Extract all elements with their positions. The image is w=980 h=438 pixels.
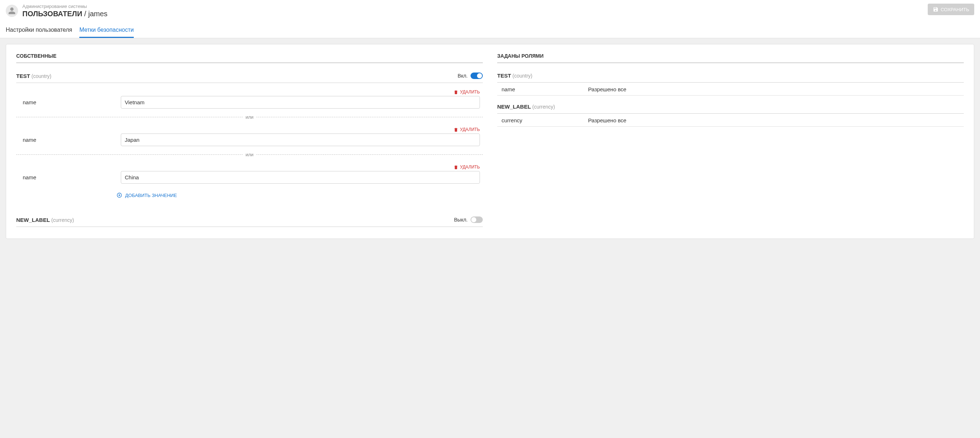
role-value: Разрешено все (588, 117, 626, 123)
own-label-name: NEW_LABEL (16, 217, 50, 223)
save-icon (933, 6, 939, 12)
plus-circle-icon (116, 192, 122, 198)
role-key: currency (501, 117, 588, 123)
value-block-1: УДАЛИТЬ name (16, 123, 483, 148)
save-button[interactable]: СОХРАНИТЬ (928, 3, 974, 15)
user-icon (8, 7, 16, 15)
add-value-button[interactable]: ДОБАВИТЬ ЗНАЧЕНИЕ (116, 192, 177, 198)
content: СОБСТВЕННЫЕ TEST (country) Вкл. УДАЛИТЬ … (6, 44, 974, 239)
trash-icon (453, 127, 458, 132)
or-divider: или (16, 152, 483, 157)
value-input-2[interactable] (121, 171, 480, 184)
page-title: ПОЛЬЗОВАТЕЛИ / james (22, 10, 107, 18)
delete-value-button[interactable]: УДАЛИТЬ (453, 164, 480, 170)
delete-value-button[interactable]: УДАЛИТЬ (453, 89, 480, 94)
field-label: name (23, 99, 116, 105)
page-header: Администрирование системы ПОЛЬЗОВАТЕЛИ /… (0, 0, 980, 38)
role-row: currency Разрешено все (497, 114, 964, 127)
tab-user-settings[interactable]: Настройки пользователя (6, 24, 72, 38)
value-input-1[interactable] (121, 134, 480, 146)
own-label-header-newlabel: NEW_LABEL (currency) Выкл. (16, 213, 483, 227)
avatar (6, 5, 18, 17)
toggle-newlabel[interactable] (471, 217, 483, 223)
roles-label-name: TEST (497, 73, 511, 79)
roles-section-title: ЗАДАНЫ РОЛЯМИ (497, 53, 964, 63)
roles-column: ЗАДАНЫ РОЛЯМИ TEST (country) name Разреш… (497, 53, 964, 230)
breadcrumb: Администрирование системы (22, 3, 107, 9)
own-label-type: (country) (31, 73, 51, 79)
own-section-title: СОБСТВЕННЫЕ (16, 53, 483, 63)
role-value: Разрешено все (588, 86, 626, 92)
own-column: СОБСТВЕННЫЕ TEST (country) Вкл. УДАЛИТЬ … (16, 53, 483, 230)
field-label: name (23, 174, 116, 180)
delete-value-button[interactable]: УДАЛИТЬ (453, 127, 480, 132)
trash-icon (453, 165, 458, 170)
own-label-type: (currency) (51, 217, 74, 223)
roles-label-header-newlabel: NEW_LABEL (currency) (497, 101, 964, 114)
roles-label-name: NEW_LABEL (497, 104, 531, 110)
toggle-label: Вкл. (458, 73, 468, 79)
role-key: name (501, 86, 588, 92)
toggle-label: Выкл. (454, 217, 468, 223)
value-block-2: УДАЛИТЬ name (16, 161, 483, 186)
own-label-name: TEST (16, 73, 30, 79)
or-divider: или (16, 115, 483, 120)
value-block-0: УДАЛИТЬ name (16, 86, 483, 111)
tabs: Настройки пользователя Метки безопасност… (6, 24, 974, 38)
role-row: name Разрешено все (497, 83, 964, 96)
field-label: name (23, 137, 116, 143)
roles-label-type: (currency) (532, 104, 555, 110)
tab-security-labels[interactable]: Метки безопасности (80, 24, 134, 38)
trash-icon (453, 90, 458, 94)
value-input-0[interactable] (121, 96, 480, 108)
roles-label-header-test: TEST (country) (497, 70, 964, 83)
own-label-header-test: TEST (country) Вкл. (16, 70, 483, 83)
roles-label-type: (country) (512, 73, 532, 79)
toggle-test[interactable] (471, 73, 483, 79)
